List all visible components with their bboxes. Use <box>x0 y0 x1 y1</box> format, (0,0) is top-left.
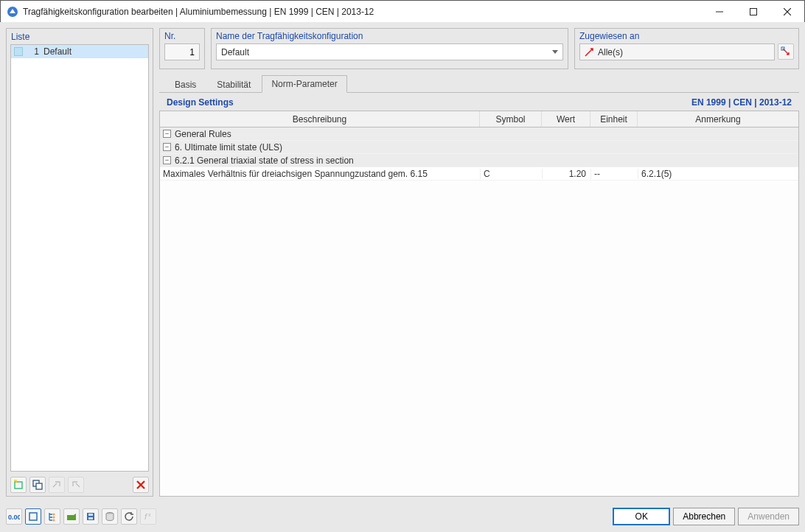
name-select-value: Default <box>221 47 249 57</box>
group-row[interactable]: − General Rules <box>160 127 798 141</box>
assign-box: Zugewiesen an Alle(s) <box>574 28 799 69</box>
list-heading: Liste <box>7 29 153 44</box>
svg-rect-12 <box>29 513 37 520</box>
reset-button[interactable] <box>121 508 137 525</box>
window-controls <box>703 1 804 22</box>
new-item-button[interactable] <box>10 477 27 493</box>
col-header-rem[interactable]: Anmerkung <box>638 111 798 127</box>
list-item-label: Default <box>43 46 72 57</box>
list-item-swatch <box>14 47 23 56</box>
app-icon <box>7 6 18 18</box>
collapse-icon[interactable]: − <box>163 156 171 164</box>
svg-rect-7 <box>36 483 42 489</box>
name-label: Name der Tragfähigkeitskonfiguration <box>216 31 563 41</box>
col-header-unit[interactable]: Einheit <box>590 111 638 127</box>
title-bar: Tragfähigkeitskonfiguration bearbeiten |… <box>1 1 804 23</box>
svg-text:0.00: 0.00 <box>8 514 20 521</box>
grid-header: Beschreibung Symbol Wert Einheit Anmerku… <box>160 111 798 127</box>
minimize-button[interactable] <box>703 1 736 22</box>
collapse-icon[interactable]: − <box>163 143 171 151</box>
design-bar: Design Settings EN 1999 | CEN | 2013-12 <box>159 93 799 111</box>
delete-item-button[interactable] <box>133 477 149 493</box>
design-title: Design Settings <box>167 97 234 108</box>
client-area: Liste 1 Default <box>0 22 805 532</box>
tab-stabilitaet[interactable]: Stabilität <box>207 76 260 93</box>
list-item[interactable]: 1 Default <box>11 45 148 58</box>
param-rem: 6.2.1(5) <box>638 169 798 179</box>
param-desc: Maximales Verhältnis für dreiachsigen Sp… <box>163 169 428 179</box>
svg-rect-18 <box>88 517 93 519</box>
param-row[interactable]: Maximales Verhältnis für dreiachsigen Sp… <box>160 167 798 181</box>
open-button[interactable] <box>63 508 80 525</box>
window-title: Tragfähigkeitskonfiguration bearbeiten |… <box>23 7 703 17</box>
col-header-sym[interactable]: Symbol <box>480 111 542 127</box>
chevron-down-icon <box>552 50 558 54</box>
param-val[interactable]: 1.20 <box>542 169 590 179</box>
subgroup-row[interactable]: − 6. Ultimate limit state (ULS) <box>160 141 798 154</box>
svg-text:f: f <box>144 512 147 521</box>
settings-grid: Beschreibung Symbol Wert Einheit Anmerku… <box>159 111 799 497</box>
nr-input[interactable] <box>164 43 200 60</box>
database-button[interactable] <box>102 508 118 525</box>
tab-bar: Basis Stabilität Norm-Parameter <box>159 75 799 93</box>
maximize-button[interactable] <box>736 1 770 22</box>
svg-rect-17 <box>88 514 93 516</box>
subgroup-label: 6. Ultimate limit state (ULS) <box>175 142 282 153</box>
list-toolbar <box>7 475 153 496</box>
assign-icon <box>585 48 593 57</box>
units-button[interactable]: 0.00 <box>6 508 22 525</box>
ok-button[interactable]: OK <box>613 508 670 525</box>
tab-norm-parameter[interactable]: Norm-Parameter <box>262 75 346 93</box>
grid-body[interactable]: − General Rules − 6. Ultimate limit stat… <box>160 127 798 496</box>
collapse-icon[interactable]: − <box>163 130 171 138</box>
assign-value: Alle(s) <box>598 47 623 57</box>
tab-basis[interactable]: Basis <box>165 76 206 93</box>
nr-label: Nr. <box>164 31 200 41</box>
right-area: Nr. Name der Tragfähigkeitskonfiguration… <box>159 28 799 497</box>
tree-button[interactable] <box>44 508 60 525</box>
copy-item-button[interactable] <box>29 477 46 493</box>
view-button[interactable] <box>25 508 41 525</box>
assign-field[interactable]: Alle(s) <box>579 43 775 60</box>
assign-pick-button[interactable] <box>778 43 794 60</box>
bottom-bar: 0.00 fx OK Abbrechen Anwenden <box>6 505 799 528</box>
svg-rect-5 <box>15 482 22 489</box>
subgroup2-row[interactable]: − 6.2.1 General triaxial state of stress… <box>160 154 798 167</box>
col-header-desc[interactable]: Beschreibung <box>160 111 480 127</box>
cancel-button[interactable]: Abbrechen <box>673 508 735 525</box>
param-unit: -- <box>590 169 638 179</box>
apply-button[interactable]: Anwenden <box>738 508 799 525</box>
design-norm: EN 1999 | CEN | 2013-12 <box>691 97 792 108</box>
param-sym: C <box>480 169 542 179</box>
svg-point-13 <box>53 514 55 516</box>
subgroup2-label: 6.2.1 General triaxial state of stress i… <box>175 155 354 166</box>
nr-box: Nr. <box>159 28 205 69</box>
group-label: General Rules <box>175 129 231 139</box>
link-in-button[interactable] <box>49 477 65 493</box>
save-button[interactable] <box>83 508 99 525</box>
svg-point-15 <box>53 519 55 522</box>
function-button[interactable]: fx <box>140 508 156 525</box>
name-select[interactable]: Default <box>216 43 563 60</box>
svg-point-14 <box>53 517 55 519</box>
config-list[interactable]: 1 Default <box>10 44 149 472</box>
svg-rect-2 <box>750 8 757 15</box>
list-panel: Liste 1 Default <box>6 28 153 497</box>
link-out-button[interactable] <box>68 477 84 493</box>
name-box: Name der Tragfähigkeitskonfiguration Def… <box>211 28 568 69</box>
list-item-number: 1 <box>26 46 39 57</box>
assign-label: Zugewiesen an <box>579 31 794 41</box>
col-header-val[interactable]: Wert <box>542 111 590 127</box>
svg-text:x: x <box>148 512 151 517</box>
close-button[interactable] <box>770 1 804 22</box>
